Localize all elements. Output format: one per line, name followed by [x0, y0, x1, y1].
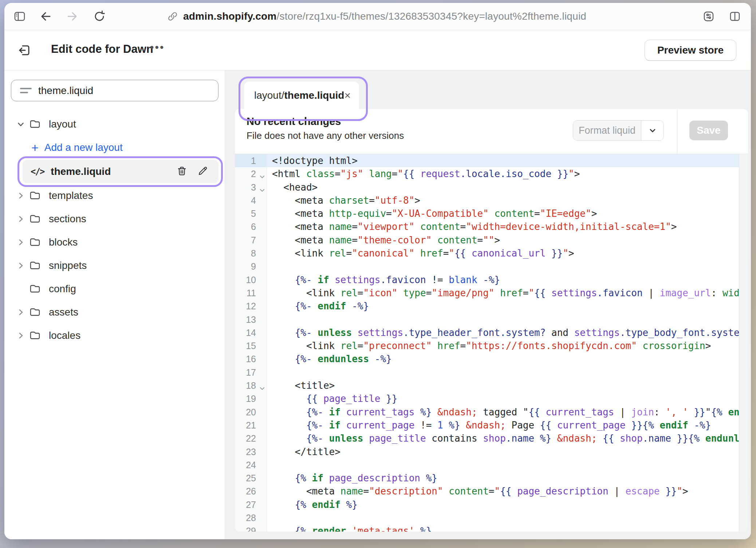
exit-editor-icon[interactable] — [17, 43, 31, 57]
editor-scrollbar[interactable] — [739, 154, 748, 532]
code-line[interactable]: 19 {{ page_title }} — [235, 392, 748, 405]
code-line[interactable]: 1<!doctype html> — [235, 154, 748, 167]
line-number: 11 — [235, 286, 267, 300]
code-line[interactable]: 17 — [235, 366, 748, 379]
sidebar-item-sections[interactable]: sections — [4, 207, 225, 231]
code-editor[interactable]: 1<!doctype html>2<html class="js" lang="… — [235, 154, 748, 532]
code-line[interactable]: 12 {%- endif -%} — [235, 300, 748, 313]
code-file-icon: </> — [31, 167, 44, 177]
delete-file-icon[interactable] — [176, 165, 188, 178]
chevron-down-icon[interactable] — [16, 120, 25, 128]
reload-icon[interactable] — [93, 10, 106, 23]
code-line[interactable]: 29 {% render 'meta-tags' %} — [235, 524, 748, 532]
folder-label: blocks — [49, 236, 78, 248]
code-line[interactable]: 27 {% endif %} — [235, 498, 748, 511]
address-bar[interactable]: admin.shopify.com/store/rzq1xu-f5/themes… — [167, 3, 586, 30]
forward-icon[interactable] — [66, 10, 79, 23]
header-divider — [677, 109, 677, 154]
fold-toggle-icon[interactable] — [259, 184, 266, 191]
chevron-right-icon[interactable] — [16, 238, 25, 246]
back-icon[interactable] — [39, 10, 52, 23]
code-line[interactable]: 9 — [235, 260, 748, 273]
add-new-layout-link[interactable]: +Add a new layout — [4, 136, 225, 159]
line-number: 24 — [235, 458, 267, 471]
split-view-icon[interactable] — [728, 10, 741, 23]
code-line[interactable]: 21 {%- if current_page != 1 %} &ndash; P… — [235, 419, 748, 432]
version-header: No recent changes File does not have any… — [235, 109, 748, 154]
file-search-box[interactable] — [11, 80, 218, 101]
code-line[interactable]: 14 {%- unless settings.type_header_font.… — [235, 326, 748, 339]
code-line[interactable]: 25 {% if page_description %} — [235, 471, 748, 485]
format-dropdown-arrow[interactable] — [641, 121, 664, 140]
code-line[interactable]: 7 <meta name="theme-color" content=""> — [235, 234, 748, 247]
sidebar-item-blocks[interactable]: blocks — [4, 231, 225, 254]
file-tree: layout+Add a new layout</>theme.liquidte… — [4, 113, 225, 347]
sidebar-item-assets[interactable]: assets — [4, 301, 225, 324]
chevron-right-icon[interactable] — [16, 215, 25, 223]
fold-toggle-icon[interactable] — [259, 171, 266, 178]
code-line-text: <html class="js" lang="{{ request.locale… — [267, 167, 580, 180]
code-line[interactable]: 23 </title> — [235, 445, 748, 458]
code-line[interactable]: 28 — [235, 511, 748, 524]
editor-tab[interactable]: layout/theme.liquid × — [244, 82, 359, 109]
chevron-right-icon[interactable] — [16, 332, 25, 340]
code-line-text: {% if page_description %} — [267, 471, 437, 485]
rename-file-icon[interactable] — [197, 165, 208, 178]
code-line[interactable]: 24 — [235, 458, 748, 471]
code-line[interactable]: 6 <meta name="viewport" content="width=d… — [235, 220, 748, 233]
format-liquid-label[interactable]: Format liquid — [573, 121, 641, 140]
code-line-text: <title> — [267, 379, 335, 392]
save-button[interactable]: Save — [689, 121, 728, 140]
page-settings-icon[interactable] — [702, 10, 715, 23]
sidebar-item-config[interactable]: config — [4, 277, 225, 301]
line-number: 10 — [235, 273, 267, 286]
format-liquid-button[interactable]: Format liquid — [573, 120, 664, 141]
line-number: 18 — [235, 379, 267, 392]
code-line[interactable]: 15 <link rel="preconnect" href="https://… — [235, 339, 748, 352]
sidebar-file-theme-liquid[interactable]: </>theme.liquid — [23, 160, 218, 183]
url-text: admin.shopify.com/store/rzq1xu-f5/themes… — [183, 11, 586, 22]
code-line[interactable]: 22 {%- unless page_title contains shop.n… — [235, 432, 748, 445]
chevron-right-icon[interactable] — [16, 192, 25, 200]
code-line-text: {%- unless settings.type_header_font.sys… — [267, 326, 740, 339]
file-search-input[interactable] — [38, 85, 199, 97]
sidebar-item-layout[interactable]: layout — [4, 113, 225, 136]
line-number: 22 — [235, 432, 267, 445]
code-line[interactable]: 2<html class="js" lang="{{ request.local… — [235, 167, 748, 180]
code-line-text — [267, 260, 272, 273]
code-line[interactable]: 4 <meta charset="utf-8"> — [235, 194, 748, 207]
folder-icon — [29, 236, 44, 248]
code-line[interactable]: 10 {%- if settings.favicon != blank -%} — [235, 273, 748, 286]
preview-store-button[interactable]: Preview store — [645, 40, 736, 61]
chevron-right-icon[interactable] — [16, 262, 25, 270]
filter-icon — [20, 88, 32, 93]
code-line[interactable]: 26 <meta name="description" content="{{ … — [235, 485, 748, 498]
code-line[interactable]: 8 <link rel="canonical" href="{{ canonic… — [235, 247, 748, 260]
sidebar-item-snippets[interactable]: snippets — [4, 254, 225, 277]
code-line-text: {%- endunless -%} — [267, 352, 392, 365]
code-line[interactable]: 13 — [235, 313, 748, 326]
line-number: 12 — [235, 300, 267, 313]
line-number: 27 — [235, 498, 267, 511]
fold-toggle-icon[interactable] — [259, 382, 266, 390]
url-path: /store/rzq1xu-f5/themes/132683530345?key… — [276, 11, 586, 22]
page-title: Edit code for Dawn — [51, 43, 153, 56]
code-line-text: {%- if current_tags %} &ndash; tagged "{… — [267, 406, 740, 419]
code-line[interactable]: 16 {%- endunless -%} — [235, 352, 748, 365]
code-line[interactable]: 3 <head> — [235, 181, 748, 194]
more-menu-icon[interactable]: ••• — [150, 41, 165, 54]
sidebar-toggle-icon[interactable] — [13, 10, 26, 23]
sidebar-item-locales[interactable]: locales — [4, 324, 225, 347]
folder-icon — [29, 118, 44, 130]
code-line[interactable]: 18 <title> — [235, 379, 748, 392]
folder-icon — [29, 306, 44, 318]
folder-label: snippets — [49, 260, 87, 271]
code-line-text: <meta name="description" content="{{ pag… — [267, 485, 688, 498]
code-line[interactable]: 20 {%- if current_tags %} &ndash; tagged… — [235, 406, 748, 419]
code-line[interactable]: 11 <link rel="icon" type="image/png" hre… — [235, 286, 748, 300]
chevron-right-icon[interactable] — [16, 308, 25, 316]
sidebar-item-templates[interactable]: templates — [4, 184, 225, 207]
tab-close-icon[interactable]: × — [344, 90, 351, 101]
version-title: No recent changes — [247, 116, 341, 128]
code-line[interactable]: 5 <meta http-equiv="X-UA-Compatible" con… — [235, 207, 748, 220]
